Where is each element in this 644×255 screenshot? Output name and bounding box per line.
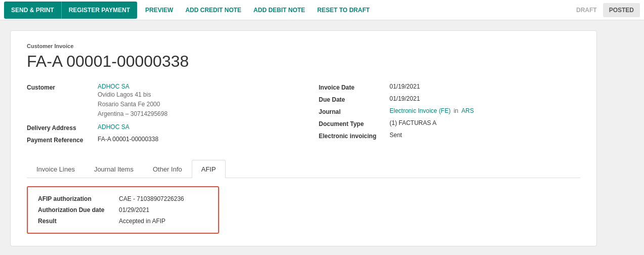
payment-reference-value: FA-A 00001-00000338 [98, 136, 158, 143]
customer-label: Customer [27, 83, 98, 91]
payment-reference-label: Payment Reference [27, 136, 98, 144]
toolbar: SEND & PRINT REGISTER PAYMENT PREVIEW AD… [0, 0, 644, 20]
form-section: Customer ADHOC SA Ovidio Lagos 41 bis Ro… [27, 83, 580, 148]
journal-link[interactable]: Electronic Invoice (FE) [390, 107, 451, 114]
tab-journal-items[interactable]: Journal Items [84, 160, 143, 178]
journal-currency[interactable]: ARS [461, 107, 474, 114]
tab-content-afip: AFIP authorization CAE - 71038907226236 … [27, 178, 580, 234]
address-line1: Ovidio Lagos 41 bis [98, 90, 167, 100]
customer-value[interactable]: ADHOC SA [98, 83, 167, 90]
register-payment-button[interactable]: REGISTER PAYMENT [61, 2, 137, 19]
main-content: Customer Invoice FA-A 00001-00000338 Cus… [0, 20, 644, 255]
document-type-label: Document Type [319, 119, 390, 128]
afip-authorization-value: CAE - 71038907226236 [119, 195, 184, 202]
invoice-date-row: Invoice Date 01/19/2021 [319, 83, 580, 91]
status-posted[interactable]: POSTED [603, 3, 640, 17]
due-date-label: Due Date [319, 95, 390, 103]
afip-authorization-row: AFIP authorization CAE - 71038907226236 [38, 195, 208, 202]
journal-row: Journal Electronic Invoice (FE) in ARS [319, 107, 580, 115]
form-right: Invoice Date 01/19/2021 Due Date 01/19/2… [319, 83, 580, 148]
afip-box: AFIP authorization CAE - 71038907226236 … [27, 186, 219, 234]
send-print-button[interactable]: SEND & PRINT [4, 2, 61, 19]
afip-due-date-label: Authorization Due date [38, 206, 119, 214]
add-credit-note-button[interactable]: ADD CREDIT NOTE [179, 2, 247, 19]
invoice-card: Customer Invoice FA-A 00001-00000338 Cus… [10, 30, 597, 246]
delivery-address-label: Delivery Address [27, 123, 98, 132]
afip-due-date-row: Authorization Due date 01/29/2021 [38, 206, 208, 214]
journal-label: Journal [319, 107, 390, 115]
afip-due-date-value: 01/29/2021 [119, 206, 149, 214]
afip-result-value: Accepted in AFIP [119, 218, 165, 225]
electronic-invoicing-row: Electronic invoicing Sent [319, 132, 580, 140]
invoice-type-label: Customer Invoice [27, 43, 580, 49]
afip-authorization-label: AFIP authorization [38, 195, 119, 202]
document-type-value: (1) FACTURAS A [390, 119, 437, 126]
tab-invoice-lines[interactable]: Invoice Lines [27, 160, 84, 178]
invoice-number: FA-A 00001-00000338 [27, 52, 580, 71]
customer-address: Ovidio Lagos 41 bis Rosario Santa Fe 200… [98, 90, 167, 119]
tabs: Invoice Lines Journal Items Other Info A… [27, 160, 580, 178]
address-line2: Rosario Santa Fe 2000 [98, 100, 167, 109]
journal-value-container: Electronic Invoice (FE) in ARS [390, 107, 474, 114]
tab-other-info[interactable]: Other Info [143, 160, 192, 178]
afip-result-row: Result Accepted in AFIP [38, 218, 208, 225]
reset-to-draft-button[interactable]: RESET TO DRAFT [311, 2, 376, 19]
electronic-invoicing-label: Electronic invoicing [319, 132, 390, 140]
invoice-date-label: Invoice Date [319, 83, 390, 91]
status-draft[interactable]: DRAFT [570, 3, 603, 17]
afip-result-label: Result [38, 218, 119, 225]
invoice-date-value: 01/19/2021 [390, 83, 420, 90]
document-type-row: Document Type (1) FACTURAS A [319, 119, 580, 128]
customer-field-row: Customer ADHOC SA Ovidio Lagos 41 bis Ro… [27, 83, 288, 119]
tab-afip[interactable]: AFIP [192, 160, 226, 178]
delivery-address-row: Delivery Address ADHOC SA [27, 123, 288, 132]
form-left: Customer ADHOC SA Ovidio Lagos 41 bis Ro… [27, 83, 288, 148]
delivery-address-value[interactable]: ADHOC SA [98, 123, 130, 131]
payment-reference-row: Payment Reference FA-A 00001-00000338 [27, 136, 288, 144]
add-debit-note-button[interactable]: ADD DEBIT NOTE [247, 2, 311, 19]
journal-in-text: in [454, 107, 458, 114]
preview-button[interactable]: PREVIEW [139, 2, 179, 19]
electronic-invoicing-value: Sent [390, 132, 402, 139]
due-date-row: Due Date 01/19/2021 [319, 95, 580, 103]
due-date-value: 01/19/2021 [390, 95, 420, 102]
address-line3: Argentina – 30714295698 [98, 109, 167, 119]
